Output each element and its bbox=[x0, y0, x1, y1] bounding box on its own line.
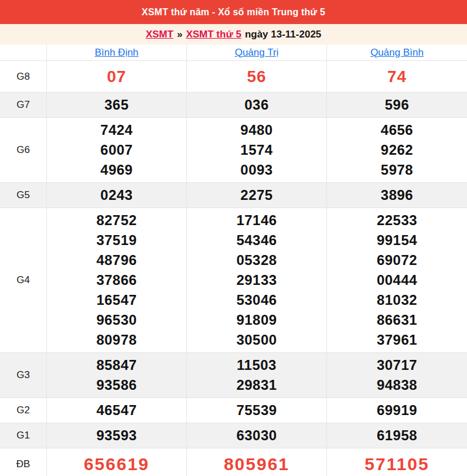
result-number: 37961 bbox=[377, 330, 417, 350]
result-number: 74 bbox=[387, 63, 407, 90]
result-cell-db-quang-binh: 571105 bbox=[327, 448, 467, 476]
result-number: 656619 bbox=[84, 451, 149, 476]
result-cell-g6-quang-binh: 465692625978 bbox=[327, 118, 467, 182]
result-cell-g2-binh-dinh: 46547 bbox=[47, 398, 187, 423]
result-number: 5978 bbox=[381, 160, 413, 180]
page-title-bar: XSMT thứ năm - Xổ số miền Trung thứ 5 bbox=[0, 0, 467, 24]
result-cell-g3-binh-dinh: 8584793586 bbox=[47, 353, 187, 397]
page-title: XSMT thứ năm - Xổ số miền Trung thứ 5 bbox=[142, 7, 325, 18]
result-number: 91809 bbox=[236, 310, 277, 330]
column-link-binh-dinh[interactable]: Bình Định bbox=[95, 47, 139, 59]
result-cell-g7-binh-dinh: 365 bbox=[47, 93, 187, 117]
prize-row-g5: G5024322753896 bbox=[0, 183, 467, 208]
result-number: 99154 bbox=[377, 230, 417, 250]
result-number: 05328 bbox=[236, 250, 277, 270]
prize-label: ĐB bbox=[16, 458, 30, 470]
prize-label-cell-g8: G8 bbox=[0, 61, 47, 92]
result-cell-g5-quang-tri: 2275 bbox=[187, 183, 327, 208]
prize-label-cell-g6: G6 bbox=[0, 118, 47, 182]
result-number: 6007 bbox=[100, 140, 132, 160]
result-number: 596 bbox=[385, 95, 410, 115]
result-cell-g7-quang-binh: 596 bbox=[327, 93, 467, 117]
result-number: 93586 bbox=[96, 375, 137, 395]
result-number: 00444 bbox=[377, 270, 417, 290]
result-number: 30717 bbox=[377, 355, 417, 375]
result-cell-g8-quang-tri: 56 bbox=[187, 61, 327, 92]
result-number: 29133 bbox=[236, 270, 277, 290]
result-cell-g4-binh-dinh: 82752375194879637866165479653080978 bbox=[47, 208, 187, 352]
prize-label-cell-g5: G5 bbox=[0, 183, 47, 208]
result-number: 17146 bbox=[236, 210, 277, 230]
column-link-quang-tri[interactable]: Quảng Trị bbox=[235, 47, 279, 59]
result-number: 63030 bbox=[236, 426, 277, 446]
result-cell-g6-binh-dinh: 742460074969 bbox=[47, 118, 187, 182]
result-cell-g8-quang-binh: 74 bbox=[327, 61, 467, 92]
column-link-quang-binh[interactable]: Quảng Bình bbox=[370, 47, 424, 59]
result-number: 80978 bbox=[96, 330, 137, 350]
result-number: 30500 bbox=[236, 330, 277, 350]
column-header-quang-binh: Quảng Bình bbox=[327, 45, 467, 60]
result-number: 56 bbox=[247, 63, 266, 90]
result-number: 96530 bbox=[96, 310, 137, 330]
prize-label: G6 bbox=[16, 144, 30, 156]
result-cell-g1-quang-tri: 63030 bbox=[187, 423, 327, 448]
result-number: 571105 bbox=[364, 451, 429, 476]
prize-row-g8: G8075674 bbox=[0, 61, 467, 93]
result-number: 53046 bbox=[236, 290, 277, 310]
result-number: 37866 bbox=[96, 270, 137, 290]
result-number: 4656 bbox=[381, 120, 413, 140]
table-header-row: Bình ĐịnhQuảng TrịQuảng Bình bbox=[0, 45, 467, 61]
result-number: 37519 bbox=[96, 230, 137, 250]
result-number: 93593 bbox=[96, 426, 137, 446]
result-cell-db-binh-dinh: 656619 bbox=[47, 448, 187, 476]
prize-row-g7: G7365036596 bbox=[0, 93, 467, 118]
result-number: 11503 bbox=[237, 355, 277, 375]
prize-label: G4 bbox=[16, 274, 30, 286]
table-corner-cell bbox=[0, 45, 47, 60]
result-cell-g6-quang-tri: 948015740093 bbox=[187, 118, 327, 182]
result-cell-g1-quang-binh: 61958 bbox=[327, 423, 467, 448]
results-table: Bình ĐịnhQuảng TrịQuảng BìnhG8075674G736… bbox=[0, 45, 467, 476]
result-number: 3896 bbox=[381, 185, 413, 205]
prize-label: G8 bbox=[16, 71, 30, 83]
prize-label: G2 bbox=[16, 404, 30, 416]
result-number: 16547 bbox=[96, 290, 137, 310]
result-number: 9480 bbox=[240, 120, 272, 140]
result-number: 0093 bbox=[240, 160, 272, 180]
breadcrumb-link-xsmt[interactable]: XSMT bbox=[146, 29, 173, 40]
result-number: 29831 bbox=[236, 375, 277, 395]
result-number: 85847 bbox=[96, 355, 137, 375]
result-number: 46547 bbox=[96, 400, 137, 420]
prize-label-cell-g1: G1 bbox=[0, 423, 47, 448]
result-cell-g2-quang-binh: 69919 bbox=[327, 398, 467, 423]
result-number: 805961 bbox=[224, 451, 289, 476]
result-cell-g3-quang-tri: 1150329831 bbox=[187, 353, 327, 397]
breadcrumb-separator: » bbox=[177, 29, 182, 40]
prize-row-g4: G482752375194879637866165479653080978171… bbox=[0, 208, 467, 353]
result-cell-g4-quang-tri: 17146543460532829133530469180930500 bbox=[187, 208, 327, 352]
breadcrumb: XSMT » XSMT thứ 5 ngày 13-11-2025 bbox=[0, 24, 467, 45]
result-number: 61958 bbox=[377, 426, 417, 446]
breadcrumb-date: ngày 13-11-2025 bbox=[245, 29, 321, 40]
result-number: 82752 bbox=[96, 210, 137, 230]
prize-label-cell-g7: G7 bbox=[0, 93, 47, 117]
column-header-quang-tri: Quảng Trị bbox=[187, 45, 327, 60]
result-number: 94838 bbox=[377, 375, 417, 395]
result-number: 69072 bbox=[377, 250, 417, 270]
prize-row-db: ĐB656619805961571105 bbox=[0, 448, 467, 476]
column-header-binh-dinh: Bình Định bbox=[47, 45, 187, 60]
result-number: 4969 bbox=[100, 160, 132, 180]
result-cell-g3-quang-binh: 3071794838 bbox=[327, 353, 467, 397]
result-number: 365 bbox=[104, 95, 129, 115]
xsmt-results-page: XSMT thứ năm - Xổ số miền Trung thứ 5 XS… bbox=[0, 0, 467, 476]
prize-label-cell-g4: G4 bbox=[0, 208, 47, 352]
result-cell-g4-quang-binh: 22533991546907200444810328663137961 bbox=[327, 208, 467, 352]
breadcrumb-link-xsmt-thu-5[interactable]: XSMT thứ 5 bbox=[186, 29, 241, 40]
result-cell-g2-quang-tri: 75539 bbox=[187, 398, 327, 423]
result-cell-g5-binh-dinh: 0243 bbox=[47, 183, 187, 208]
result-number: 07 bbox=[107, 63, 126, 90]
result-number: 48796 bbox=[96, 250, 137, 270]
result-cell-db-quang-tri: 805961 bbox=[187, 448, 327, 476]
prize-label: G1 bbox=[16, 430, 30, 441]
result-number: 7424 bbox=[100, 120, 132, 140]
